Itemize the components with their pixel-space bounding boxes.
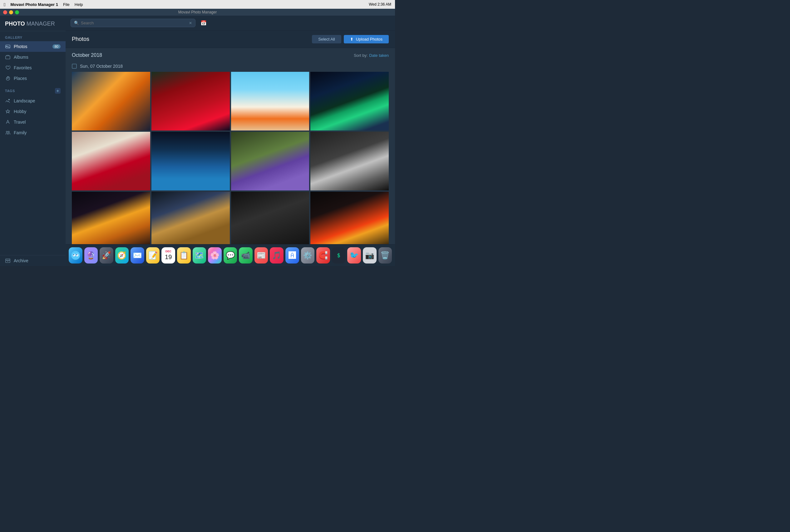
sidebar-item-albums[interactable]: Albums: [0, 52, 65, 62]
calendar-date: 19: [165, 253, 172, 261]
add-tag-button[interactable]: +: [55, 88, 61, 94]
dock-item-music[interactable]: 🎵: [270, 247, 284, 264]
tags-label: Tags: [5, 89, 15, 93]
landscape-icon: [5, 98, 11, 104]
sidebar-item-places[interactable]: Places: [0, 73, 65, 84]
menu-bar:  Movavi Photo Manager 1 File Help Wed 2…: [0, 0, 395, 9]
travel-icon: [5, 119, 11, 125]
archive-icon: [5, 258, 11, 264]
date-section-header: Sun, 07 October 2018: [72, 59, 389, 72]
svg-rect-8: [6, 259, 10, 260]
sidebar-landscape-label: Landscape: [14, 98, 35, 103]
dock-item-mail[interactable]: ✉️: [131, 247, 144, 264]
calendar-icon[interactable]: 📅: [201, 20, 207, 26]
photo-item[interactable]: [72, 192, 150, 244]
dock-item-image-capture[interactable]: 📷: [363, 247, 377, 264]
svg-point-4: [9, 99, 10, 100]
sidebar-item-hobby[interactable]: Hobby: [0, 106, 65, 117]
photo-item[interactable]: [311, 192, 389, 244]
sidebar-albums-label: Albums: [14, 55, 29, 60]
window-title: Movavi Photo Manager: [178, 10, 217, 14]
photo-item[interactable]: [72, 132, 150, 190]
logo: PHOTO MANAGER: [5, 21, 61, 27]
svg-rect-2: [6, 56, 10, 59]
sidebar-item-favorites[interactable]: Favorites: [0, 62, 65, 73]
dock-item-photos[interactable]: 🌸: [208, 247, 222, 264]
sort-value[interactable]: Date taken: [369, 53, 389, 58]
photo-item[interactable]: [151, 192, 230, 244]
svg-point-13: [73, 254, 74, 255]
photo-item[interactable]: [151, 132, 230, 190]
select-all-button[interactable]: Select All: [312, 35, 341, 43]
sidebar-item-travel[interactable]: Travel: [0, 117, 65, 127]
dock-item-system-preferences[interactable]: ⚙️: [301, 247, 315, 264]
dock-item-tweetbot[interactable]: 🐦: [347, 247, 361, 264]
dock-item-reminders[interactable]: 📋: [177, 247, 191, 264]
photo-grid: [72, 72, 389, 244]
file-menu[interactable]: File: [63, 2, 70, 7]
dock-item-finder[interactable]: [69, 247, 82, 264]
search-clear-icon[interactable]: ✕: [189, 21, 192, 25]
svg-point-6: [6, 131, 7, 132]
sidebar-item-archive[interactable]: Archive: [0, 255, 65, 266]
apple-menu[interactable]: : [4, 2, 5, 7]
photo-item[interactable]: [231, 132, 309, 190]
albums-icon: [5, 54, 11, 60]
dock-item-launchpad[interactable]: 🚀: [100, 247, 113, 264]
sort-control: Sort by: Date taken: [354, 53, 389, 58]
sidebar-places-label: Places: [14, 76, 27, 81]
sidebar-hobby-label: Hobby: [14, 109, 26, 114]
minimize-button[interactable]: [9, 10, 13, 14]
svg-point-7: [8, 131, 10, 132]
dock-item-messages[interactable]: 💬: [224, 247, 237, 264]
sidebar-photos-label: Photos: [14, 44, 27, 49]
dock-item-facetime[interactable]: 📹: [239, 247, 252, 264]
menu-time: Wed 2:36 AM: [369, 2, 391, 6]
dock-item-safari[interactable]: 🧭: [115, 247, 129, 264]
close-button[interactable]: [3, 10, 7, 14]
dock-item-siri[interactable]: 🔮: [84, 247, 98, 264]
help-menu[interactable]: Help: [75, 2, 83, 7]
svg-marker-5: [6, 110, 10, 113]
places-icon: [5, 76, 11, 81]
search-input[interactable]: [81, 21, 187, 25]
dock-item-terminal[interactable]: $: [332, 247, 346, 264]
maximize-button[interactable]: [15, 10, 19, 14]
app-menu-name[interactable]: Movavi Photo Manager 1: [10, 2, 58, 7]
top-bar: 🔍 ✕ 📅: [65, 16, 395, 31]
dock-item-news[interactable]: 📰: [255, 247, 268, 264]
page-title: Photos: [72, 36, 312, 42]
hobby-icon: [5, 109, 11, 114]
photo-item[interactable]: [231, 192, 309, 244]
search-box: 🔍 ✕: [71, 19, 195, 27]
sidebar-item-photos[interactable]: Photos 80: [0, 41, 65, 52]
photo-item[interactable]: [151, 72, 230, 131]
content-header: Photos Select All ⬆ Upload Photos: [65, 31, 395, 48]
upload-photos-button[interactable]: ⬆ Upload Photos: [344, 35, 389, 43]
photo-item[interactable]: [311, 72, 389, 131]
title-bar: Movavi Photo Manager: [0, 9, 395, 16]
svg-point-14: [76, 254, 77, 255]
logo-part2: MANAGER: [25, 21, 55, 27]
logo-area: PHOTO MANAGER: [0, 16, 65, 31]
dock: 🔮 🚀 🧭 ✉️ 📝 DEC 19 📋 🗺️: [65, 244, 395, 266]
dock-item-notes[interactable]: 📝: [146, 247, 160, 264]
sidebar-item-family[interactable]: Family: [0, 127, 65, 138]
dock-item-appstore[interactable]: 🅰: [285, 247, 299, 264]
photo-item[interactable]: [311, 132, 389, 190]
dock-item-maps[interactable]: 🗺️: [193, 247, 206, 264]
sidebar-item-landscape[interactable]: Landscape: [0, 96, 65, 106]
date-checkbox[interactable]: [72, 64, 77, 69]
dock-item-trash[interactable]: 🗑️: [378, 247, 392, 264]
dock-item-magnet[interactable]: 🧲: [316, 247, 330, 264]
upload-photos-label: Upload Photos: [356, 37, 382, 41]
sidebar-travel-label: Travel: [14, 119, 25, 125]
month-title: October 2018: [72, 53, 102, 58]
sidebar-family-label: Family: [14, 130, 26, 135]
search-icon: 🔍: [74, 21, 79, 25]
photo-item[interactable]: [231, 72, 309, 131]
dock-item-calendar[interactable]: DEC 19: [162, 247, 175, 264]
traffic-lights[interactable]: [3, 10, 19, 14]
photo-item[interactable]: [72, 72, 150, 131]
photos-badge: 80: [53, 44, 61, 49]
